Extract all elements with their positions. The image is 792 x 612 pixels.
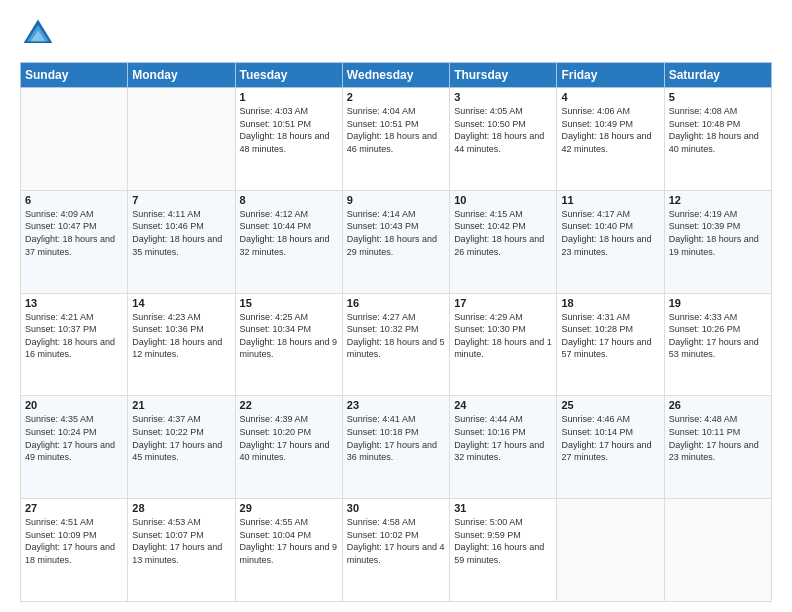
day-cell-31: 31Sunrise: 5:00 AM Sunset: 9:59 PM Dayli… xyxy=(450,499,557,602)
day-info: Sunrise: 4:25 AM Sunset: 10:34 PM Daylig… xyxy=(240,311,338,361)
day-cell-5: 5Sunrise: 4:08 AM Sunset: 10:48 PM Dayli… xyxy=(664,88,771,191)
day-cell-23: 23Sunrise: 4:41 AM Sunset: 10:18 PM Dayl… xyxy=(342,396,449,499)
day-cell-15: 15Sunrise: 4:25 AM Sunset: 10:34 PM Dayl… xyxy=(235,293,342,396)
calendar-week-5: 27Sunrise: 4:51 AM Sunset: 10:09 PM Dayl… xyxy=(21,499,772,602)
day-number: 2 xyxy=(347,91,445,103)
day-info: Sunrise: 4:29 AM Sunset: 10:30 PM Daylig… xyxy=(454,311,552,361)
day-info: Sunrise: 5:00 AM Sunset: 9:59 PM Dayligh… xyxy=(454,516,552,566)
day-cell-10: 10Sunrise: 4:15 AM Sunset: 10:42 PM Dayl… xyxy=(450,190,557,293)
day-info: Sunrise: 4:48 AM Sunset: 10:11 PM Daylig… xyxy=(669,413,767,463)
day-cell-9: 9Sunrise: 4:14 AM Sunset: 10:43 PM Dayli… xyxy=(342,190,449,293)
day-number: 15 xyxy=(240,297,338,309)
day-info: Sunrise: 4:58 AM Sunset: 10:02 PM Daylig… xyxy=(347,516,445,566)
day-info: Sunrise: 4:12 AM Sunset: 10:44 PM Daylig… xyxy=(240,208,338,258)
day-cell-13: 13Sunrise: 4:21 AM Sunset: 10:37 PM Dayl… xyxy=(21,293,128,396)
day-info: Sunrise: 4:27 AM Sunset: 10:32 PM Daylig… xyxy=(347,311,445,361)
day-number: 9 xyxy=(347,194,445,206)
day-cell-4: 4Sunrise: 4:06 AM Sunset: 10:49 PM Dayli… xyxy=(557,88,664,191)
day-info: Sunrise: 4:41 AM Sunset: 10:18 PM Daylig… xyxy=(347,413,445,463)
day-cell-17: 17Sunrise: 4:29 AM Sunset: 10:30 PM Dayl… xyxy=(450,293,557,396)
day-number: 6 xyxy=(25,194,123,206)
day-info: Sunrise: 4:31 AM Sunset: 10:28 PM Daylig… xyxy=(561,311,659,361)
day-number: 8 xyxy=(240,194,338,206)
empty-cell xyxy=(557,499,664,602)
day-info: Sunrise: 4:33 AM Sunset: 10:26 PM Daylig… xyxy=(669,311,767,361)
day-info: Sunrise: 4:37 AM Sunset: 10:22 PM Daylig… xyxy=(132,413,230,463)
day-number: 11 xyxy=(561,194,659,206)
day-cell-1: 1Sunrise: 4:03 AM Sunset: 10:51 PM Dayli… xyxy=(235,88,342,191)
day-cell-2: 2Sunrise: 4:04 AM Sunset: 10:51 PM Dayli… xyxy=(342,88,449,191)
day-number: 13 xyxy=(25,297,123,309)
day-info: Sunrise: 4:09 AM Sunset: 10:47 PM Daylig… xyxy=(25,208,123,258)
day-number: 14 xyxy=(132,297,230,309)
day-info: Sunrise: 4:08 AM Sunset: 10:48 PM Daylig… xyxy=(669,105,767,155)
day-info: Sunrise: 4:14 AM Sunset: 10:43 PM Daylig… xyxy=(347,208,445,258)
day-cell-27: 27Sunrise: 4:51 AM Sunset: 10:09 PM Dayl… xyxy=(21,499,128,602)
day-cell-19: 19Sunrise: 4:33 AM Sunset: 10:26 PM Dayl… xyxy=(664,293,771,396)
day-number: 12 xyxy=(669,194,767,206)
day-info: Sunrise: 4:44 AM Sunset: 10:16 PM Daylig… xyxy=(454,413,552,463)
day-number: 16 xyxy=(347,297,445,309)
day-info: Sunrise: 4:03 AM Sunset: 10:51 PM Daylig… xyxy=(240,105,338,155)
day-cell-22: 22Sunrise: 4:39 AM Sunset: 10:20 PM Dayl… xyxy=(235,396,342,499)
day-number: 21 xyxy=(132,399,230,411)
empty-cell xyxy=(21,88,128,191)
day-number: 1 xyxy=(240,91,338,103)
day-cell-12: 12Sunrise: 4:19 AM Sunset: 10:39 PM Dayl… xyxy=(664,190,771,293)
calendar-header-monday: Monday xyxy=(128,63,235,88)
page: SundayMondayTuesdayWednesdayThursdayFrid… xyxy=(0,0,792,612)
day-number: 3 xyxy=(454,91,552,103)
header xyxy=(20,16,772,52)
day-cell-20: 20Sunrise: 4:35 AM Sunset: 10:24 PM Dayl… xyxy=(21,396,128,499)
day-number: 24 xyxy=(454,399,552,411)
calendar-header-thursday: Thursday xyxy=(450,63,557,88)
calendar-header-tuesday: Tuesday xyxy=(235,63,342,88)
empty-cell xyxy=(128,88,235,191)
day-cell-14: 14Sunrise: 4:23 AM Sunset: 10:36 PM Dayl… xyxy=(128,293,235,396)
calendar-header-wednesday: Wednesday xyxy=(342,63,449,88)
calendar-week-3: 13Sunrise: 4:21 AM Sunset: 10:37 PM Dayl… xyxy=(21,293,772,396)
calendar-week-4: 20Sunrise: 4:35 AM Sunset: 10:24 PM Dayl… xyxy=(21,396,772,499)
day-number: 25 xyxy=(561,399,659,411)
day-cell-30: 30Sunrise: 4:58 AM Sunset: 10:02 PM Dayl… xyxy=(342,499,449,602)
day-number: 7 xyxy=(132,194,230,206)
day-cell-18: 18Sunrise: 4:31 AM Sunset: 10:28 PM Dayl… xyxy=(557,293,664,396)
day-number: 31 xyxy=(454,502,552,514)
day-info: Sunrise: 4:06 AM Sunset: 10:49 PM Daylig… xyxy=(561,105,659,155)
day-number: 29 xyxy=(240,502,338,514)
day-cell-16: 16Sunrise: 4:27 AM Sunset: 10:32 PM Dayl… xyxy=(342,293,449,396)
calendar-header-saturday: Saturday xyxy=(664,63,771,88)
day-number: 19 xyxy=(669,297,767,309)
day-number: 18 xyxy=(561,297,659,309)
day-number: 27 xyxy=(25,502,123,514)
day-number: 17 xyxy=(454,297,552,309)
day-info: Sunrise: 4:15 AM Sunset: 10:42 PM Daylig… xyxy=(454,208,552,258)
day-info: Sunrise: 4:11 AM Sunset: 10:46 PM Daylig… xyxy=(132,208,230,258)
day-number: 4 xyxy=(561,91,659,103)
day-info: Sunrise: 4:04 AM Sunset: 10:51 PM Daylig… xyxy=(347,105,445,155)
day-info: Sunrise: 4:53 AM Sunset: 10:07 PM Daylig… xyxy=(132,516,230,566)
day-info: Sunrise: 4:23 AM Sunset: 10:36 PM Daylig… xyxy=(132,311,230,361)
day-cell-26: 26Sunrise: 4:48 AM Sunset: 10:11 PM Dayl… xyxy=(664,396,771,499)
day-number: 10 xyxy=(454,194,552,206)
day-info: Sunrise: 4:51 AM Sunset: 10:09 PM Daylig… xyxy=(25,516,123,566)
calendar-header-row: SundayMondayTuesdayWednesdayThursdayFrid… xyxy=(21,63,772,88)
logo xyxy=(20,16,60,52)
day-cell-7: 7Sunrise: 4:11 AM Sunset: 10:46 PM Dayli… xyxy=(128,190,235,293)
calendar-table: SundayMondayTuesdayWednesdayThursdayFrid… xyxy=(20,62,772,602)
day-cell-8: 8Sunrise: 4:12 AM Sunset: 10:44 PM Dayli… xyxy=(235,190,342,293)
day-cell-29: 29Sunrise: 4:55 AM Sunset: 10:04 PM Dayl… xyxy=(235,499,342,602)
day-number: 22 xyxy=(240,399,338,411)
day-info: Sunrise: 4:21 AM Sunset: 10:37 PM Daylig… xyxy=(25,311,123,361)
day-info: Sunrise: 4:46 AM Sunset: 10:14 PM Daylig… xyxy=(561,413,659,463)
day-cell-25: 25Sunrise: 4:46 AM Sunset: 10:14 PM Dayl… xyxy=(557,396,664,499)
day-cell-3: 3Sunrise: 4:05 AM Sunset: 10:50 PM Dayli… xyxy=(450,88,557,191)
day-cell-21: 21Sunrise: 4:37 AM Sunset: 10:22 PM Dayl… xyxy=(128,396,235,499)
calendar-header-friday: Friday xyxy=(557,63,664,88)
day-number: 26 xyxy=(669,399,767,411)
day-number: 28 xyxy=(132,502,230,514)
day-number: 5 xyxy=(669,91,767,103)
calendar-week-1: 1Sunrise: 4:03 AM Sunset: 10:51 PM Dayli… xyxy=(21,88,772,191)
day-number: 23 xyxy=(347,399,445,411)
day-info: Sunrise: 4:17 AM Sunset: 10:40 PM Daylig… xyxy=(561,208,659,258)
